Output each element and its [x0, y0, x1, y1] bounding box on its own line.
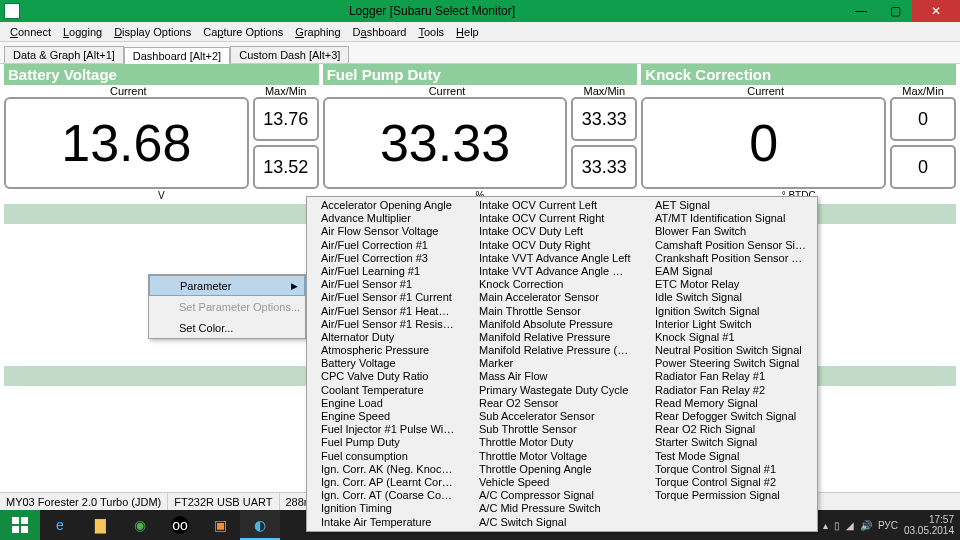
- maximize-button[interactable]: ▢: [878, 0, 912, 22]
- parameter-option[interactable]: Camshaft Position Sensor Signal: [641, 239, 817, 252]
- tab-custom-dash[interactable]: Custom Dash [Alt+3]: [230, 46, 349, 63]
- parameter-option[interactable]: Accelerator Opening Angle: [307, 199, 465, 212]
- parameter-option[interactable]: Read Memory Signal: [641, 397, 817, 410]
- menu-display-options[interactable]: Display Options: [108, 24, 197, 40]
- parameter-option[interactable]: Ign. Corr. AT (Coarse Correc.): [307, 489, 465, 502]
- parameter-option[interactable]: Battery Voltage: [307, 357, 465, 370]
- parameter-option[interactable]: Air/Fuel Sensor #1: [307, 278, 465, 291]
- parameter-option[interactable]: Crankshaft Position Sensor Signal: [641, 252, 817, 265]
- parameter-option[interactable]: Intake VVT Advance Angle Right: [465, 265, 641, 278]
- parameter-option[interactable]: Atmospheric Pressure: [307, 344, 465, 357]
- menu-dashboard[interactable]: Dashboard: [347, 24, 413, 40]
- parameter-option[interactable]: Torque Control Signal #2: [641, 476, 817, 489]
- gauge-battery-voltage[interactable]: Battery Voltage CurrentMax/Min 13.68 13.…: [4, 64, 319, 202]
- parameter-option[interactable]: Main Throttle Sensor: [465, 305, 641, 318]
- parameter-option[interactable]: Fuel Injector #1 Pulse Width: [307, 423, 465, 436]
- parameter-option[interactable]: Rear O2 Sensor: [465, 397, 641, 410]
- parameter-option[interactable]: Throttle Motor Voltage: [465, 450, 641, 463]
- parameter-option[interactable]: Air/Fuel Sensor #1 Current: [307, 291, 465, 304]
- parameter-option[interactable]: Ignition Timing: [307, 502, 465, 515]
- parameter-option[interactable]: Neutral Position Switch Signal: [641, 344, 817, 357]
- parameter-option[interactable]: Intake OCV Current Left: [465, 199, 641, 212]
- parameter-option[interactable]: Alternator Duty: [307, 331, 465, 344]
- parameter-option[interactable]: Ignition Switch Signal: [641, 305, 817, 318]
- menu-graphing[interactable]: Graphing: [289, 24, 346, 40]
- parameter-option[interactable]: Engine Speed: [307, 410, 465, 423]
- ctx-item-set-color[interactable]: Set Color...: [149, 317, 305, 338]
- parameter-option[interactable]: Mass Air Flow: [465, 370, 641, 383]
- tray-up-icon[interactable]: ▴: [823, 520, 828, 531]
- close-button[interactable]: ✕: [912, 0, 960, 22]
- parameter-option[interactable]: Knock Signal #1: [641, 331, 817, 344]
- tab-dashboard[interactable]: Dashboard [Alt+2]: [124, 47, 230, 64]
- ctx-item-parameter[interactable]: Parameter ▶: [149, 275, 305, 296]
- parameter-option[interactable]: Power Steering Switch Signal: [641, 357, 817, 370]
- menu-tools[interactable]: Tools: [412, 24, 450, 40]
- parameter-option[interactable]: Torque Permission Signal: [641, 489, 817, 502]
- parameter-option[interactable]: ETC Motor Relay: [641, 278, 817, 291]
- tab-data-graph[interactable]: Data & Graph [Alt+1]: [4, 46, 124, 63]
- parameter-option[interactable]: Throttle Opening Angle: [465, 463, 641, 476]
- taskbar-app-logger[interactable]: ◐: [240, 510, 280, 540]
- menu-capture-options[interactable]: Capture Options: [197, 24, 289, 40]
- parameter-option[interactable]: Fuel Pump Duty: [307, 436, 465, 449]
- menu-logging[interactable]: Logging: [57, 24, 108, 40]
- menu-connect[interactable]: Connect: [4, 24, 57, 40]
- parameter-option[interactable]: Torque Control Signal #1: [641, 463, 817, 476]
- parameter-option[interactable]: Intake VVT Advance Angle Left: [465, 252, 641, 265]
- parameter-option[interactable]: AET Signal: [641, 199, 817, 212]
- parameter-option[interactable]: A/C Switch Signal: [465, 516, 641, 529]
- taskbar-app-explorer[interactable]: ▇: [80, 510, 120, 540]
- taskbar-app-chrome[interactable]: ◉: [120, 510, 160, 540]
- parameter-option[interactable]: Coolant Temperature: [307, 384, 465, 397]
- parameter-option[interactable]: Air/Fuel Correction #3: [307, 252, 465, 265]
- parameter-option[interactable]: Blower Fan Switch: [641, 225, 817, 238]
- parameter-option[interactable]: Marker: [465, 357, 641, 370]
- parameter-option[interactable]: Interior Light Switch: [641, 318, 817, 331]
- parameter-option[interactable]: Manifold Absolute Pressure: [465, 318, 641, 331]
- parameter-option[interactable]: EAM Signal: [641, 265, 817, 278]
- minimize-button[interactable]: —: [844, 0, 878, 22]
- parameter-option[interactable]: Air/Fuel Sensor #1 Resistance: [307, 318, 465, 331]
- parameter-option[interactable]: Intake OCV Duty Right: [465, 239, 641, 252]
- parameter-option[interactable]: Radiator Fan Relay #2: [641, 384, 817, 397]
- parameter-option[interactable]: Advance Multiplier: [307, 212, 465, 225]
- parameter-option[interactable]: Idle Switch Signal: [641, 291, 817, 304]
- taskbar-app-other[interactable]: oo: [160, 510, 200, 540]
- parameter-option[interactable]: CPC Valve Duty Ratio: [307, 370, 465, 383]
- parameter-option[interactable]: Air/Fuel Learning #1: [307, 265, 465, 278]
- parameter-option[interactable]: Ign. Corr. AK (Neg. Knock Comp.): [307, 463, 465, 476]
- menu-help[interactable]: Help: [450, 24, 485, 40]
- parameter-option[interactable]: Primary Wastegate Duty Cycle: [465, 384, 641, 397]
- parameter-option[interactable]: Fuel consumption: [307, 450, 465, 463]
- tray-language[interactable]: РУС: [878, 520, 898, 531]
- parameter-option[interactable]: A/C Compressor Signal: [465, 489, 641, 502]
- gauge-fuel-pump-duty[interactable]: Fuel Pump Duty CurrentMax/Min 33.33 33.3…: [323, 64, 638, 202]
- start-button[interactable]: [0, 510, 40, 540]
- parameter-option[interactable]: Air/Fuel Sensor #1 Heater Current: [307, 305, 465, 318]
- parameter-option[interactable]: Intake OCV Duty Left: [465, 225, 641, 238]
- parameter-option[interactable]: Radiator Fan Relay #1: [641, 370, 817, 383]
- taskbar-app-other2[interactable]: ▣: [200, 510, 240, 540]
- parameter-option[interactable]: Air/Fuel Correction #1: [307, 239, 465, 252]
- parameter-option[interactable]: Sub Accelerator Sensor: [465, 410, 641, 423]
- parameter-option[interactable]: Throttle Motor Duty: [465, 436, 641, 449]
- parameter-option[interactable]: Manifold Relative Pressure: [465, 331, 641, 344]
- parameter-option[interactable]: Manifold Relative Pressure (corrected): [465, 344, 641, 357]
- parameter-option[interactable]: Knock Correction: [465, 278, 641, 291]
- volume-icon[interactable]: 🔊: [860, 520, 872, 531]
- parameter-option[interactable]: Intake OCV Current Right: [465, 212, 641, 225]
- parameter-option[interactable]: Starter Switch Signal: [641, 436, 817, 449]
- parameter-option[interactable]: A/C Mid Pressure Switch: [465, 502, 641, 515]
- taskbar-app-ie[interactable]: e: [40, 510, 80, 540]
- gauge-knock-correction[interactable]: Knock Correction CurrentMax/Min 0 0 0 ° …: [641, 64, 956, 202]
- parameter-option[interactable]: Main Accelerator Sensor: [465, 291, 641, 304]
- parameter-option[interactable]: Rear O2 Rich Signal: [641, 423, 817, 436]
- parameter-option[interactable]: Intake Air Temperature: [307, 516, 465, 529]
- parameter-option[interactable]: Vehicle Speed: [465, 476, 641, 489]
- network-icon[interactable]: ◢: [846, 520, 854, 531]
- parameter-option[interactable]: Test Mode Signal: [641, 450, 817, 463]
- tray-clock[interactable]: 17:57 03.05.2014: [904, 514, 954, 536]
- system-tray[interactable]: ▴ ▯ ◢ 🔊 РУС 17:57 03.05.2014: [817, 514, 960, 536]
- battery-icon[interactable]: ▯: [834, 520, 840, 531]
